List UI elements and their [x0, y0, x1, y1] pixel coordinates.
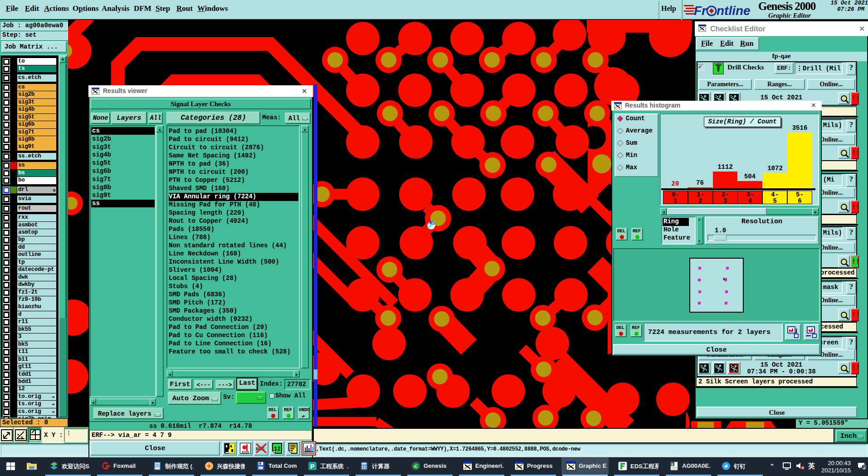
svg-text:Fr: Fr [694, 4, 707, 17]
svg-text:X: X [671, 463, 673, 466]
svg-text:1: 1 [863, 465, 865, 470]
svg-text:P: P [310, 463, 314, 470]
svg-text:ntline: ntline [717, 4, 751, 17]
svg-text:α: α [21, 435, 23, 439]
